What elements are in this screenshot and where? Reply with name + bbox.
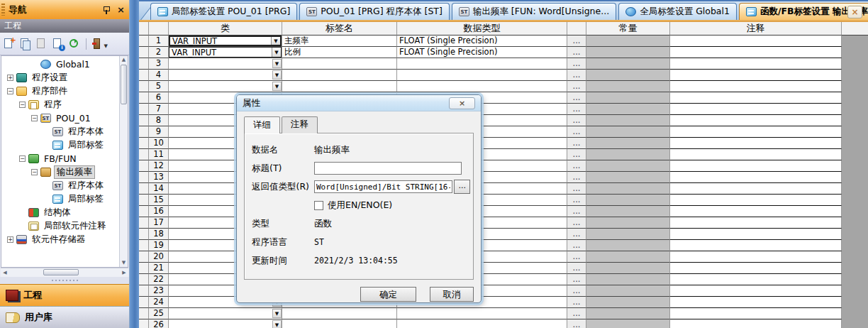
datatype-browse-button[interactable]: ... [567, 308, 586, 319]
label-cell[interactable]: 主频率 [282, 35, 397, 47]
comment-cell[interactable] [670, 206, 842, 217]
scroll-down-icon[interactable]: ▼ [120, 259, 128, 267]
comment-cell[interactable] [670, 70, 842, 81]
comment-cell[interactable] [670, 251, 842, 263]
class-cell[interactable]: ▼ [169, 70, 282, 81]
datatype-browse-button[interactable]: ... [567, 319, 586, 328]
label-cell[interactable] [282, 319, 397, 328]
tree-item-软元件存储器[interactable]: +软元件存储器 [1, 233, 119, 246]
comment-cell[interactable] [670, 149, 842, 160]
new-icon[interactable]: + [3, 38, 16, 50]
datatype-browse-button[interactable]: ... [567, 251, 586, 263]
return-type-input[interactable] [314, 180, 452, 193]
comment-cell[interactable] [670, 308, 842, 319]
class-cell[interactable]: VAR_INPUT▼ [169, 35, 282, 47]
comment-cell[interactable] [670, 115, 842, 126]
chevron-down-icon[interactable]: ▼ [271, 37, 280, 45]
chevron-down-icon[interactable]: ▼ [272, 70, 282, 80]
document-tab-1[interactable]: 局部标签设置 POU_01 [PRG] [150, 3, 297, 20]
datatype-browse-button[interactable]: ... [567, 115, 586, 126]
collapse-icon[interactable]: − [31, 169, 38, 175]
datatype-browse-button[interactable]: ... [567, 274, 586, 285]
horizontal-scroll-thumb[interactable] [43, 269, 79, 275]
document-tab-2[interactable]: POU_01 [PRG] 程序本体 [ST] [299, 3, 450, 20]
class-cell[interactable]: ▼ [169, 58, 282, 70]
class-cell[interactable]: ▼ [169, 319, 282, 328]
collapse-icon[interactable]: − [19, 155, 26, 162]
drag-grip[interactable] [1, 4, 5, 16]
tree-horizontal-scrollbar[interactable]: ◀ ▶ [1, 268, 128, 277]
scroll-up-icon[interactable]: ▲ [120, 56, 128, 64]
document-tab-3[interactable]: 输出频率 [FUN: Word[Unsigne... [452, 3, 616, 20]
datatype-browse-button[interactable]: ... [567, 81, 586, 92]
class-cell[interactable]: VAR_INPUT▼ [169, 47, 282, 58]
tree-item-局部标签[interactable]: 局部标签 [1, 192, 119, 206]
class-combobox[interactable]: VAR_INPUT▼ [169, 35, 282, 46]
datatype-cell[interactable]: FLOAT (Single Precision) [397, 47, 567, 58]
property-icon[interactable]: i [52, 38, 65, 50]
ok-button[interactable]: 确定 [360, 287, 416, 302]
collapse-icon[interactable]: − [19, 102, 26, 108]
comment-cell[interactable] [670, 81, 842, 92]
datatype-cell[interactable] [397, 70, 567, 81]
datatype-browse-button[interactable]: ... [567, 160, 586, 172]
datatype-browse-button[interactable]: ... [567, 70, 586, 81]
expand-icon[interactable]: + [7, 236, 13, 243]
datatype-cell[interactable] [397, 308, 567, 319]
tree-vertical-scrollbar[interactable]: ▲ ▼ [119, 56, 128, 267]
datatype-browse-button[interactable]: ... [567, 35, 586, 47]
user-library-button[interactable]: 用户库 [0, 306, 129, 328]
tree-item-程序[interactable]: −程序 [1, 98, 119, 111]
tree-item-程序部件[interactable]: −程序部件 [1, 84, 119, 98]
panel-splitter[interactable] [0, 277, 129, 284]
panel-divider[interactable] [130, 0, 139, 328]
datatype-browse-button[interactable]: ... [567, 47, 586, 58]
comment-cell[interactable] [670, 126, 842, 138]
expand-icon[interactable]: + [7, 75, 13, 81]
cancel-button[interactable]: 取消 [430, 287, 474, 302]
datatype-cell[interactable]: FLOAT (Single Precision) [397, 35, 567, 47]
scroll-left-icon[interactable]: ◀ [1, 268, 9, 277]
datatype-cell[interactable] [397, 319, 567, 328]
tree-item-FB/FUN[interactable]: −FB/FUN [1, 152, 119, 165]
tree-item-程序本体[interactable]: 程序本体 [1, 125, 119, 138]
refresh-icon[interactable] [68, 38, 81, 50]
comment-cell[interactable] [670, 58, 842, 70]
comment-cell[interactable] [670, 160, 842, 172]
tree-item-局部标签[interactable]: 局部标签 [1, 138, 119, 152]
datatype-browse-button[interactable]: ... [567, 229, 586, 240]
chevron-down-icon[interactable]: ▼ [272, 59, 282, 68]
datatype-browse-button[interactable]: ... [567, 297, 586, 308]
datatype-browse-button[interactable]: ... [567, 58, 586, 70]
comment-cell[interactable] [670, 229, 842, 240]
datatype-cell[interactable] [397, 81, 567, 92]
comment-cell[interactable] [670, 92, 842, 104]
chevron-down-icon[interactable]: ▼ [272, 320, 282, 328]
comment-cell[interactable] [670, 47, 842, 58]
comment-cell[interactable] [670, 217, 842, 229]
dialog-close-button[interactable]: × [449, 97, 475, 109]
dialog-titlebar[interactable]: 属性 × [237, 95, 481, 111]
datatype-browse-button[interactable]: ... [567, 263, 586, 274]
tab-details[interactable]: 详细 [244, 116, 280, 133]
tree-item-Global1[interactable]: Global1 [1, 58, 119, 71]
collapse-icon[interactable]: − [31, 115, 38, 121]
datatype-browse-button[interactable]: ... [567, 206, 586, 217]
tree-item-程序本体[interactable]: 程序本体 [1, 179, 119, 192]
comment-cell[interactable] [670, 138, 842, 149]
tree-item-局部软元件注释[interactable]: 局部软元件注释 [1, 219, 119, 233]
tab-comment[interactable]: 注释 [282, 116, 318, 133]
return-type-browse-button[interactable]: ... [454, 180, 470, 194]
chevron-down-icon[interactable]: ▼ [272, 309, 282, 318]
navigation-titlebar[interactable]: 导航 × [0, 0, 129, 19]
tree-item-输出频率[interactable]: −输出频率 [1, 165, 119, 179]
comment-cell[interactable] [670, 195, 842, 206]
datatype-browse-button[interactable]: ... [567, 285, 586, 297]
comment-cell[interactable] [670, 104, 842, 115]
comment-cell[interactable] [670, 285, 842, 297]
datatype-browse-button[interactable]: ... [567, 104, 586, 115]
comment-cell[interactable] [670, 240, 842, 251]
datatype-browse-button[interactable]: ... [567, 138, 586, 149]
datatype-browse-button[interactable]: ... [567, 240, 586, 251]
comment-cell[interactable] [670, 183, 842, 195]
